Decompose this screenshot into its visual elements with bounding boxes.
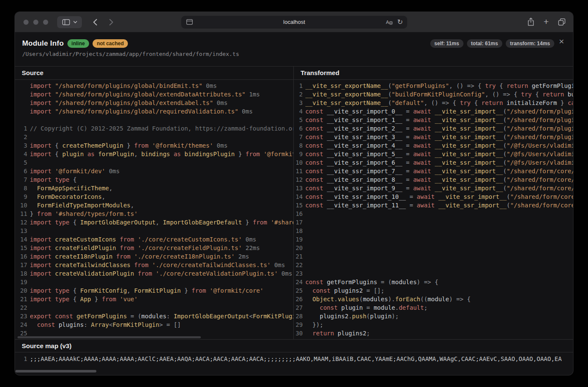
url-text: localhost <box>181 16 407 29</box>
sidebar-toggle-button[interactable] <box>57 16 82 28</box>
line-number: 15 <box>15 244 27 252</box>
traffic-lights <box>23 20 48 25</box>
minimize-window-button[interactable] <box>33 20 38 25</box>
reload-button[interactable]: ↻ <box>397 17 403 27</box>
code-line: 8 FormAppSpecificTheme, <box>15 184 293 192</box>
code-line: 28 plugins2.push(plugin); <box>294 312 573 320</box>
line-number: 13 <box>294 184 303 192</box>
forward-button[interactable] <box>106 17 116 27</box>
line-number: 14 <box>15 235 27 244</box>
code-line: 25 const plugins2 = []; <box>294 286 573 295</box>
code-line: 14const __vite_ssr_import_10__ = await _… <box>294 192 573 201</box>
line-number <box>15 99 27 107</box>
line-number: 7 <box>15 175 27 184</box>
line-number: 2 <box>294 90 303 99</box>
code-line: 6import '@formkit/dev' 0ms <box>15 167 293 175</box>
chevron-right-icon <box>109 19 113 26</box>
line-number: 30 <box>294 329 303 338</box>
close-window-button[interactable] <box>23 20 29 25</box>
share-icon <box>527 17 535 26</box>
line-number: 18 <box>15 269 27 278</box>
badge-inline: inline <box>67 39 89 48</box>
code-line: 6const __vite_ssr_import_2__ = await __v… <box>294 124 573 133</box>
line-number: 6 <box>15 167 27 175</box>
line-number: 9 <box>294 150 303 158</box>
code-line: 9const __vite_ssr_import_5__ = await __v… <box>294 150 573 158</box>
line-number: 1 <box>294 81 303 90</box>
address-bar[interactable]: localhost A ↻ <box>181 16 407 29</box>
line-number: 23 <box>15 312 27 320</box>
line-number: 3 <box>15 141 27 150</box>
code-line: 21import type { App } from 'vue' <box>15 295 293 303</box>
source-code[interactable]: import "/shared/form/plugins/global/bind… <box>15 80 293 338</box>
tab-overview-button[interactable] <box>556 17 567 27</box>
code-line: 12import type { ImportGlobEagerOutput, I… <box>15 218 293 227</box>
line-number: 20 <box>294 244 303 252</box>
code-line: 13 <box>15 227 293 235</box>
line-number: 15 <box>294 201 303 210</box>
close-panel-button[interactable]: × <box>556 36 567 47</box>
transformed-code[interactable]: 1__vite_ssr_exportName__("getFormPlugins… <box>294 80 573 338</box>
timing-badge: self: 11ms <box>430 39 463 48</box>
badge-not-cached: not cached <box>93 39 128 48</box>
code-line: import "/shared/form/plugins/global/bind… <box>15 81 293 90</box>
code-line: 10 FormFieldTypeImportModules, <box>15 201 293 210</box>
transformed-panel-title: Transformed <box>294 67 573 80</box>
line-number <box>15 107 27 116</box>
back-button[interactable] <box>90 17 100 27</box>
line-number: 10 <box>294 158 303 167</box>
line-number: 11 <box>294 167 303 175</box>
code-line: 13const __vite_ssr_import_9__ = await __… <box>294 184 573 192</box>
sourcemap-mappings: ;;;AAEA;AAAAkC;AAAA;AAAA;AAAA;AAClC;AAEA… <box>27 355 562 363</box>
code-line: 24 const plugins: Array<FormKitPlugin> =… <box>15 320 293 329</box>
browser-window: localhost A ↻ <box>15 12 573 375</box>
code-line: 20 <box>294 244 573 252</box>
line-number <box>15 116 27 124</box>
svg-text:A: A <box>386 20 389 25</box>
code-line: 22 <box>15 303 293 312</box>
line-number: 8 <box>15 184 27 192</box>
code-line: 11} from '#shared/types/form.ts' <box>15 210 293 218</box>
titlebar-right-buttons: + <box>526 17 567 27</box>
new-tab-button[interactable]: + <box>541 17 551 27</box>
code-line: 19 <box>294 235 573 244</box>
code-line: 4import { plugin as formPlugin, bindings… <box>15 150 293 158</box>
code-line: 8const __vite_ssr_import_4__ = await __v… <box>294 141 573 150</box>
code-line: 20import type { FormKitConfig, FormKitPl… <box>15 286 293 295</box>
line-number <box>15 90 27 99</box>
code-line: 29 }); <box>294 320 573 329</box>
line-number: 27 <box>294 303 303 312</box>
page-horizontal-scrollbar[interactable] <box>15 370 96 372</box>
line-number: 3 <box>294 99 303 107</box>
sourcemap-section: Source map (v3) 1 ;;;AAEA;AAAAkC;AAAA;AA… <box>15 340 573 375</box>
code-line: import "/shared/form/plugins/global/requ… <box>15 107 293 116</box>
line-number: 16 <box>15 252 27 261</box>
code-line: 9 FormDecoratorIcons, <box>15 192 293 201</box>
line-number: 9 <box>15 192 27 201</box>
module-info-header: Module Info inlinenot cached self: 11mst… <box>15 32 573 67</box>
code-panels: Source import "/shared/form/plugins/glob… <box>15 67 573 340</box>
code-line: 7import type { <box>15 175 293 184</box>
screen: localhost A ↻ <box>0 0 588 387</box>
line-number: 25 <box>294 286 303 295</box>
line-number: 18 <box>294 227 303 235</box>
line-number: 6 <box>294 124 303 133</box>
line-number: 4 <box>15 150 27 158</box>
code-line: 3import { createThemePlugin } from '@for… <box>15 141 293 150</box>
line-number: 21 <box>15 295 27 303</box>
translate-icon[interactable]: A <box>385 19 393 26</box>
code-line: 15import createFieldPlugin from './core/… <box>15 244 293 252</box>
share-button[interactable] <box>526 17 536 27</box>
code-line: 23export const getFormPlugins = (modules… <box>15 312 293 320</box>
chevron-down-icon <box>73 21 77 23</box>
tabs-icon <box>558 18 566 26</box>
code-line: import "/shared/form/plugins/global/exte… <box>15 99 293 107</box>
plus-icon: + <box>544 17 549 26</box>
source-panel: Source import "/shared/form/plugins/glob… <box>15 67 294 339</box>
line-number: 20 <box>15 286 27 295</box>
zoom-window-button[interactable] <box>43 20 48 25</box>
timing-badge: total: 61ms <box>467 39 502 48</box>
source-horizontal-scrollbar[interactable] <box>17 336 201 338</box>
code-line: 19 <box>15 278 293 286</box>
code-line: 2__vite_ssr_exportName__("buildFormKitPl… <box>294 90 573 99</box>
